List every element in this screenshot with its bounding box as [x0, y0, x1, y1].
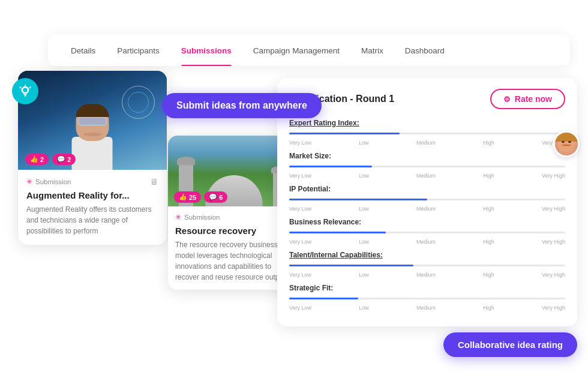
- rating-scale-labels: Very LowLowMediumHighVery High: [289, 173, 565, 179]
- submission-star-icon-2: ✳: [175, 213, 181, 221]
- rating-scale-bar: [289, 162, 565, 172]
- rating-criterion-label: Expert Rating Index:: [289, 119, 565, 127]
- rating-row: Talent/Internal Capabilities:Very LowLow…: [289, 251, 565, 278]
- card-1-body: ✳ Submission 🖥 Augmented Reality for... …: [18, 170, 167, 245]
- card-augmented-reality: 👍 2 💬 2 ✳ Submission 🖥 Augmented Reality…: [18, 71, 167, 245]
- card-1-title: Augmented Reality for...: [26, 190, 158, 200]
- submit-ideas-bubble: Submit ideas from anywhere: [162, 93, 322, 118]
- rating-scale-bar: [289, 228, 565, 238]
- rating-panel: Qualification - Round 1 ⚙ Rate now Exper…: [277, 78, 577, 326]
- rating-criterion-label: Strategic Fit:: [289, 284, 565, 292]
- rating-criterion-label: IP Potential:: [289, 185, 565, 193]
- monitor-icon: 🖥: [150, 177, 158, 187]
- svg-line-2: [29, 87, 30, 88]
- rating-criterion-label: Market Size:: [289, 152, 565, 160]
- card-1-meta: ✳ Submission 🖥: [26, 177, 158, 187]
- card-2-text: The resource recovery business model lev…: [175, 239, 293, 283]
- avatar-hair: [555, 133, 578, 142]
- card-2-like-badge: 👍 25: [174, 191, 201, 203]
- svg-line-3: [20, 87, 20, 88]
- card-1-badges: 👍 2 💬 2: [25, 154, 76, 165]
- card-2-type: ✳ Submission: [175, 213, 220, 221]
- rating-scale-labels: Very LowLowMediumHighVery High: [289, 272, 565, 278]
- tab-submissions[interactable]: Submissions: [170, 35, 242, 66]
- rating-row: Strategic Fit:Very LowLowMediumHighVery …: [289, 284, 565, 311]
- rating-scale-bar: [289, 129, 565, 139]
- lightbulb-icon: [12, 78, 38, 104]
- rating-criterion-label: Talent/Internal Capabilities:: [289, 251, 565, 259]
- rate-now-button[interactable]: ⚙ Rate now: [490, 89, 565, 109]
- tab-participants[interactable]: Participants: [106, 35, 170, 66]
- navigation-bar: Details Participants Submissions Campaig…: [48, 35, 570, 66]
- tab-campaign-management[interactable]: Campaign Management: [242, 35, 350, 66]
- avatar-face: [555, 133, 578, 155]
- rating-scale-bar: [289, 294, 565, 304]
- tab-matrix[interactable]: Matrix: [350, 35, 394, 66]
- tab-dashboard[interactable]: Dashboard: [394, 35, 455, 66]
- collaborative-bubble: Collaborative idea rating: [443, 332, 577, 357]
- card-2-comment-badge: 💬 6: [204, 191, 227, 203]
- card-2-title: Resource recovery: [175, 226, 293, 236]
- rating-row: Expert Rating Index:Very LowLowMediumHig…: [289, 119, 565, 146]
- rating-header: Qualification - Round 1 ⚙ Rate now: [289, 89, 565, 109]
- rating-scale-labels: Very LowLowMediumHighVery High: [289, 140, 565, 146]
- rating-row: IP Potential:Very LowLowMediumHighVery H…: [289, 185, 565, 212]
- rating-scale-labels: Very LowLowMediumHighVery High: [289, 305, 565, 311]
- card-2-badges: 👍 25 💬 6: [174, 191, 227, 203]
- avatar: [553, 131, 580, 157]
- rating-scale-bar: [289, 261, 565, 271]
- card-1-image: 👍 2 💬 2: [18, 71, 167, 170]
- comment-badge: 💬 2: [52, 154, 76, 165]
- rating-scale-bar: [289, 195, 565, 205]
- rating-criteria-list: Expert Rating Index:Very LowLowMediumHig…: [289, 119, 565, 311]
- rating-row: Market Size:Very LowLowMediumHighVery Hi…: [289, 152, 565, 179]
- rating-row: Business Relevance:Very LowLowMediumHigh…: [289, 218, 565, 245]
- rating-criterion-label: Business Relevance:: [289, 218, 565, 226]
- submission-star-icon: ✳: [26, 178, 32, 186]
- rating-scale-labels: Very LowLowMediumHighVery High: [289, 239, 565, 245]
- rating-scale-labels: Very LowLowMediumHighVery High: [289, 206, 565, 212]
- card-2-meta: ✳ Submission 🖥: [175, 212, 293, 222]
- like-badge: 👍 2: [25, 154, 49, 165]
- sliders-icon: ⚙: [503, 95, 511, 104]
- card-1-text: Augmented Reality offers its customers a…: [26, 204, 158, 236]
- card-1-type: ✳ Submission: [26, 178, 71, 186]
- tab-details[interactable]: Details: [60, 35, 106, 66]
